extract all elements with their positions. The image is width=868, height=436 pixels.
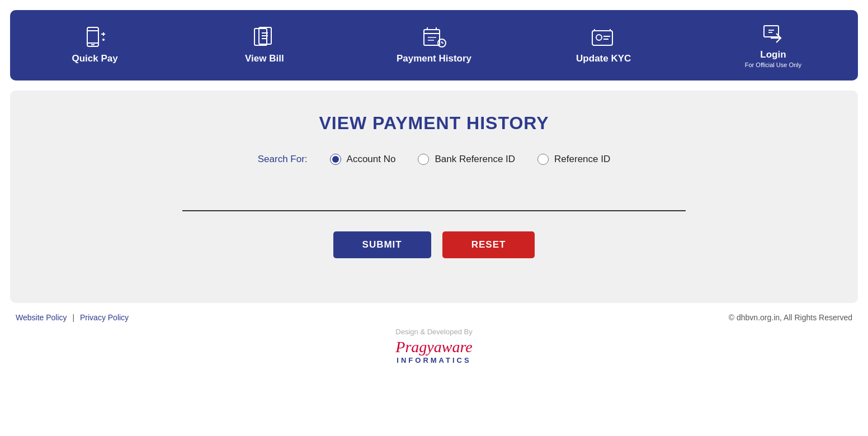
main-content: VIEW PAYMENT HISTORY Search For: Account… [10,91,858,303]
radio-ref-id-label: Reference ID [554,154,610,165]
input-section [44,187,824,211]
svg-rect-21 [592,31,612,45]
login-icon [760,22,786,45]
website-policy-link[interactable]: Website Policy [16,313,67,322]
button-section: SUBMIT RESET [44,231,824,258]
nav-payment-history[interactable]: Payment History [349,10,518,80]
footer-separator: | [72,313,74,322]
footer: Website Policy | Privacy Policy © dhbvn.… [0,303,868,364]
radio-bank-ref[interactable]: Bank Reference ID [418,154,515,165]
footer-bottom: Design & Developed By Pragyaware INFORMA… [0,328,868,364]
footer-brand: Pragyaware [395,338,472,356]
phone-pay-icon [82,26,108,49]
radio-account-no-label: Account No [347,154,396,165]
login-sublabel: For Official Use Only [745,61,801,68]
login-label: Login [760,49,786,60]
payment-history-label: Payment History [397,53,471,64]
update-kyc-icon [590,26,617,49]
radio-bank-ref-label: Bank Reference ID [435,154,515,165]
svg-point-6 [102,39,105,41]
footer-copyright: © dhbvn.org.in, All Rights Reserved [729,313,852,322]
nav-bar: Quick Pay View Bill [10,10,858,80]
quick-pay-label: Quick Pay [72,53,117,64]
search-label: Search For: [258,154,308,165]
search-section: Search For: Account No Bank Reference ID… [44,154,824,165]
brand-pragyaware: Pragyaware [395,338,472,356]
view-bill-icon [251,26,278,49]
radio-ref-id[interactable]: Reference ID [537,154,610,165]
search-input[interactable] [182,187,686,211]
nav-quick-pay[interactable]: Quick Pay [10,10,180,80]
radio-account-no-input[interactable] [330,154,341,165]
payment-history-icon [421,26,447,49]
radio-group: Account No Bank Reference ID Reference I… [330,154,611,165]
update-kyc-label: Update KYC [576,53,631,64]
nav-update-kyc[interactable]: Update KYC [519,10,688,80]
svg-point-22 [596,35,602,40]
radio-ref-id-input[interactable] [537,154,549,165]
submit-button[interactable]: SUBMIT [333,231,431,258]
svg-rect-7 [254,29,267,45]
view-bill-label: View Bill [245,53,284,64]
footer-bar: Website Policy | Privacy Policy © dhbvn.… [0,303,868,328]
footer-links: Website Policy | Privacy Policy [16,313,129,322]
reset-button[interactable]: RESET [442,231,535,258]
footer-designed-by: Design & Developed By [395,328,472,336]
svg-rect-27 [764,26,779,37]
radio-bank-ref-input[interactable] [418,154,429,165]
nav-login[interactable]: Login For Official Use Only [688,10,858,80]
brand-informatics: INFORMATICS [397,356,471,364]
page-title: VIEW PAYMENT HISTORY [44,113,824,134]
radio-account-no[interactable]: Account No [330,154,396,165]
privacy-policy-link[interactable]: Privacy Policy [80,313,129,322]
nav-view-bill[interactable]: View Bill [180,10,349,80]
